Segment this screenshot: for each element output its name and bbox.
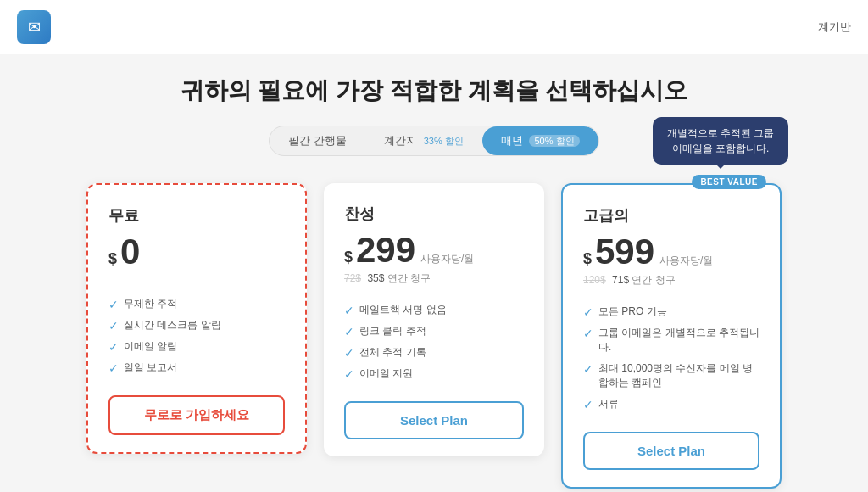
per-unit-premium: 사용자당/월 — [659, 254, 713, 268]
currency-pro: $ — [344, 249, 353, 266]
check-icon: ✓ — [583, 398, 593, 411]
check-icon: ✓ — [344, 304, 354, 317]
annual-price-pro: 72$ 35$ 연간 청구 — [344, 271, 524, 286]
feature-free-3: ✓일일 보고서 — [108, 357, 285, 378]
logo-icon: ✉ — [28, 18, 41, 36]
feature-premium-1: ✓그룹 이메일은 개별적으로 추적됩니다. — [583, 322, 760, 358]
billing-toggle: 필간 간행물 계간지 33% 할인 매년 50% 할인 — [269, 126, 598, 156]
best-value-badge: BEST VALUE — [692, 175, 766, 189]
feature-premium-2: ✓최대 10,000명의 수신자를 메일 병합하는 캠페인 — [583, 358, 760, 394]
toggle-quarterly[interactable]: 계간지 33% 할인 — [365, 126, 482, 155]
nav-label[interactable]: 계기반 — [818, 20, 851, 35]
feature-premium-0: ✓모든 PRO 기능 — [583, 301, 760, 322]
amount-pro: 299 — [356, 232, 415, 268]
feature-pro-1: ✓링크 클릭 추적 — [344, 321, 524, 342]
feature-free-0: ✓무제한 주적 — [108, 294, 285, 315]
check-icon: ✓ — [583, 327, 593, 340]
per-unit-pro: 사용자당/월 — [420, 252, 474, 266]
check-icon: ✓ — [108, 298, 119, 311]
features-list-premium: ✓모든 PRO 기능 ✓그룹 이메일은 개별적으로 추적됩니다. ✓최대 10,… — [583, 301, 760, 415]
feature-free-2: ✓이메일 알림 — [108, 336, 285, 357]
features-list-free: ✓무제한 주적 ✓실시간 데스크름 알림 ✓이메일 알림 ✓일일 보고서 — [108, 294, 285, 378]
plan-price-pro: $ 299 사용자당/월 — [344, 232, 524, 268]
plan-card-free: 무료 $ 0 ✓무제한 주적 ✓실시간 데스크름 알림 ✓이메일 알림 ✓일일 … — [86, 183, 307, 454]
plan-name-pro: 찬성 — [344, 204, 524, 224]
currency-free: $ — [108, 250, 117, 268]
feature-free-1: ✓실시간 데스크름 알림 — [108, 315, 285, 336]
features-list-pro: ✓메일트핵 서명 없음 ✓링크 클릭 추적 ✓전체 추적 기록 ✓이메일 지원 — [344, 299, 524, 384]
annual-price-premium: 120$ 71$ 연간 청구 — [583, 273, 760, 288]
currency-premium: $ — [583, 250, 592, 268]
check-icon: ✓ — [583, 362, 593, 376]
check-icon: ✓ — [108, 361, 119, 375]
plan-card-pro: 찬성 $ 299 사용자당/월 72$ 35$ 연간 청구 ✓메일트핵 서명 없… — [324, 183, 544, 456]
amount-premium: 599 — [595, 234, 654, 270]
plan-card-premium: 개별적으로 추적된 그룹 이메일을 포함합니다. BEST VALUE 고급의 … — [561, 183, 782, 489]
tooltip-bubble: 개별적으로 추적된 그룹 이메일을 포함합니다. — [653, 117, 788, 165]
free-plan-button[interactable]: 무로로 가입하세요 — [108, 395, 285, 435]
amount-free: 0 — [120, 234, 140, 270]
check-icon: ✓ — [344, 346, 354, 360]
logo: ✉ — [17, 10, 51, 44]
check-icon: ✓ — [344, 367, 354, 381]
check-icon: ✓ — [583, 305, 593, 319]
feature-pro-3: ✓이메일 지원 — [344, 363, 524, 384]
check-icon: ✓ — [344, 325, 354, 338]
plans-container: 무료 $ 0 ✓무제한 주적 ✓실시간 데스크름 알림 ✓이메일 알림 ✓일일 … — [86, 183, 782, 489]
check-icon: ✓ — [108, 319, 119, 333]
main-content: 귀하의 필요에 가장 적합한 계획을 선택하십시오 필간 간행물 계간지 33%… — [0, 54, 868, 492]
plan-price-premium: $ 599 사용자당/월 — [583, 234, 760, 270]
toggle-monthly[interactable]: 필간 간행물 — [270, 126, 365, 155]
plan-name-premium: 고급의 — [583, 205, 760, 226]
top-bar: ✉ 계기반 — [0, 0, 868, 54]
premium-plan-button[interactable]: Select Plan — [583, 432, 760, 470]
toggle-annual[interactable]: 매년 50% 할인 — [482, 126, 598, 155]
page-title: 귀하의 필요에 가장 적합한 계획을 선택하십시오 — [181, 75, 688, 107]
feature-pro-0: ✓메일트핵 서명 없음 — [344, 299, 524, 321]
pro-plan-button[interactable]: Select Plan — [344, 401, 524, 439]
feature-premium-3: ✓서류 — [583, 394, 760, 415]
plan-name-free: 무료 — [108, 205, 285, 226]
feature-pro-2: ✓전체 추적 기록 — [344, 342, 524, 363]
check-icon: ✓ — [108, 340, 119, 354]
plan-price-free: $ 0 — [108, 234, 285, 270]
